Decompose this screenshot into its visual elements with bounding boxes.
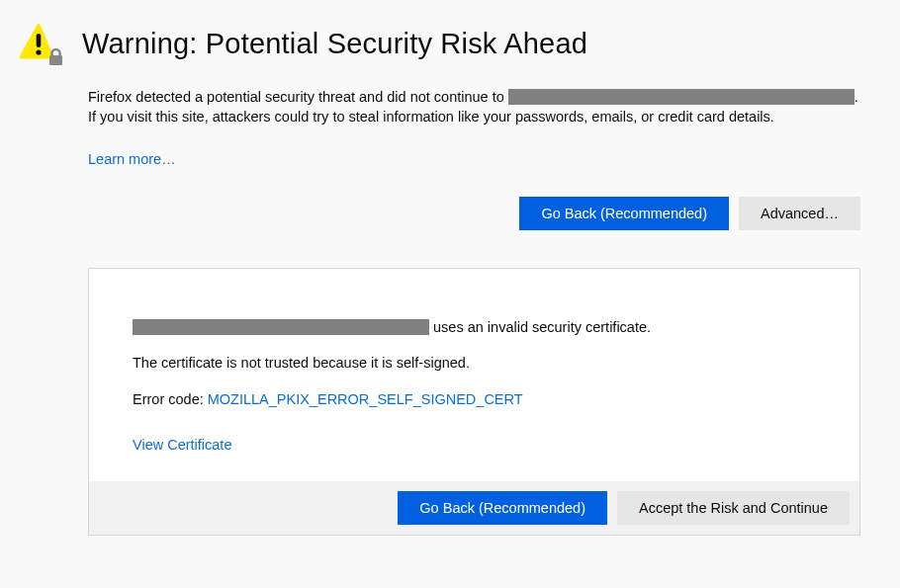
svg-rect-1 — [37, 34, 42, 47]
advanced-panel: uses an invalid security certificate. Th… — [88, 268, 860, 537]
learn-more-link[interactable]: Learn more… — [88, 151, 176, 167]
go-back-button[interactable]: Go Back (Recommended) — [519, 197, 729, 230]
view-certificate-link[interactable]: View Certificate — [133, 437, 231, 453]
redacted-domain — [508, 89, 855, 105]
error-code-link[interactable]: MOZILLA_PKIX_ERROR_SELF_SIGNED_CERT — [208, 391, 523, 407]
page-title: Warning: Potential Security Risk Ahead — [82, 28, 587, 60]
redacted-domain-panel — [133, 319, 429, 335]
warning-lock-icon — [15, 20, 62, 67]
accept-risk-button[interactable]: Accept the Risk and Continue — [617, 491, 850, 525]
svg-point-0 — [36, 49, 41, 54]
desc-before: Firefox detected a potential security th… — [88, 89, 508, 105]
svg-rect-2 — [49, 55, 62, 65]
error-code-label: Error code: — [133, 391, 208, 407]
cert-invalid-msg: uses an invalid security certificate. — [429, 319, 651, 335]
go-back-button-panel[interactable]: Go Back (Recommended) — [398, 491, 607, 525]
threat-description: Firefox detected a potential security th… — [88, 87, 860, 127]
advanced-button[interactable]: Advanced… — [739, 197, 860, 230]
not-trusted-msg: The certificate is not trusted because i… — [133, 352, 859, 374]
